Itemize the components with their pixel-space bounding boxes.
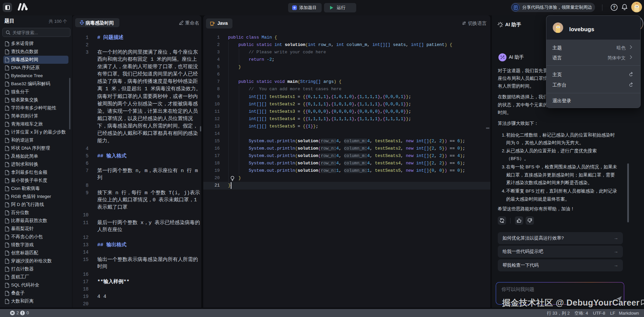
svg-text:?: ? [613, 5, 615, 10]
